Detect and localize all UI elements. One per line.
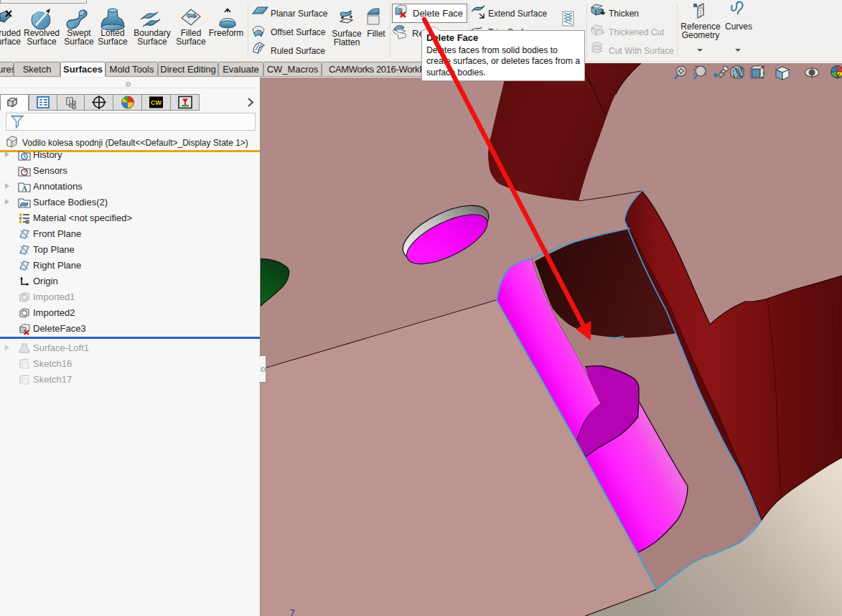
svg-text:7: 7: [290, 608, 295, 616]
svg-text:CW: CW: [151, 99, 162, 106]
svg-text:A: A: [22, 185, 27, 192]
